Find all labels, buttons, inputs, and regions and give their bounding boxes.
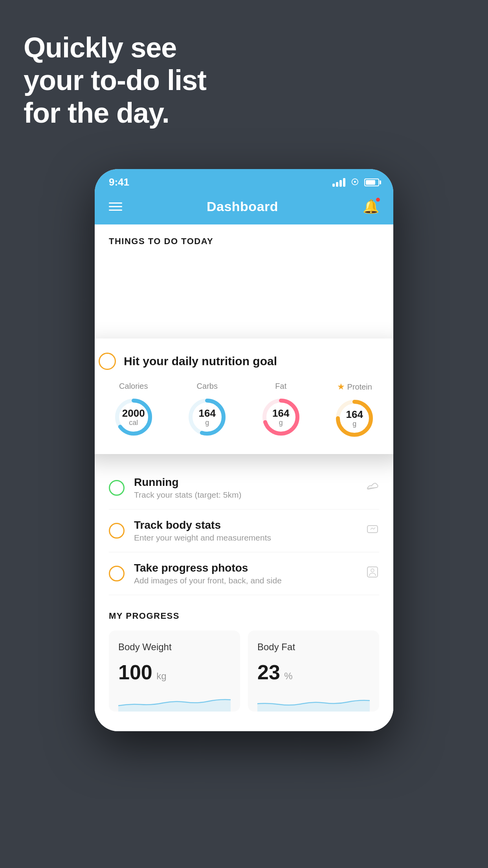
signal-icon bbox=[332, 178, 345, 187]
body-stats-title: Track body stats bbox=[134, 519, 356, 531]
fat-donut: 164 g bbox=[259, 395, 303, 439]
running-text: Running Track your stats (target: 5km) bbox=[134, 476, 356, 500]
body-fat-chart bbox=[257, 692, 370, 712]
carbs-item: Carbs 164 g bbox=[185, 382, 229, 440]
todo-item-running[interactable]: Running Track your stats (target: 5km) bbox=[109, 467, 379, 509]
shoe-icon bbox=[366, 480, 379, 496]
progress-section: MY PROGRESS Body Weight 100 kg bbox=[95, 595, 393, 712]
battery-icon bbox=[364, 178, 379, 186]
nav-bar: Dashboard 🔔 bbox=[95, 192, 393, 224]
photos-text: Take progress photos Add images of your … bbox=[134, 562, 356, 585]
nutrition-grid: Calories 2000 cal bbox=[99, 382, 389, 440]
body-weight-chart bbox=[118, 692, 231, 712]
body-fat-unit: % bbox=[284, 671, 292, 681]
body-stats-subtitle: Enter your weight and measurements bbox=[134, 533, 356, 542]
body-weight-unit: kg bbox=[156, 671, 166, 681]
fat-item: Fat 164 g bbox=[259, 382, 303, 440]
svg-rect-8 bbox=[367, 526, 378, 533]
body-fat-card-title: Body Fat bbox=[257, 642, 370, 653]
body-fat-number: 23 bbox=[257, 661, 280, 684]
status-icons: ☉ bbox=[332, 177, 379, 188]
time-display: 9:41 bbox=[109, 176, 129, 188]
carbs-donut: 164 g bbox=[185, 395, 229, 439]
fat-label: Fat bbox=[275, 382, 286, 391]
card-header: Hit your daily nutrition goal bbox=[99, 353, 389, 370]
things-section-title: THINGS TO DO TODAY bbox=[95, 236, 393, 254]
progress-cards: Body Weight 100 kg bbox=[109, 631, 379, 712]
running-checkbox[interactable] bbox=[109, 480, 125, 496]
headline: Quickly see your to-do list for the day. bbox=[24, 31, 206, 129]
star-icon: ★ bbox=[337, 382, 345, 392]
nutrition-card: Hit your daily nutrition goal Calories bbox=[95, 338, 393, 454]
phone-screen: 9:41 ☉ Dashboard 🔔 bbox=[95, 169, 393, 731]
phone-mockup: 9:41 ☉ Dashboard 🔔 bbox=[95, 169, 393, 731]
person-icon bbox=[366, 565, 379, 582]
body-stats-checkbox[interactable] bbox=[109, 523, 125, 539]
svg-point-10 bbox=[371, 569, 374, 572]
menu-button[interactable] bbox=[109, 202, 122, 211]
calories-label: Calories bbox=[119, 382, 148, 391]
photos-checkbox[interactable] bbox=[109, 566, 125, 581]
body-weight-card-title: Body Weight bbox=[118, 642, 231, 653]
nutrition-card-title: Hit your daily nutrition goal bbox=[124, 355, 277, 368]
running-subtitle: Track your stats (target: 5km) bbox=[134, 490, 356, 500]
carbs-label: Carbs bbox=[197, 382, 218, 391]
todo-item-photos[interactable]: Take progress photos Add images of your … bbox=[109, 552, 379, 595]
progress-section-title: MY PROGRESS bbox=[109, 611, 379, 621]
todo-item-body-stats[interactable]: Track body stats Enter your weight and m… bbox=[109, 509, 379, 552]
calories-item: Calories 2000 cal bbox=[112, 382, 155, 440]
photos-title: Take progress photos bbox=[134, 562, 356, 574]
scale-icon bbox=[366, 522, 379, 539]
body-fat-card[interactable]: Body Fat 23 % bbox=[248, 631, 379, 712]
notification-button[interactable]: 🔔 bbox=[363, 199, 379, 214]
running-title: Running bbox=[134, 476, 356, 489]
calories-donut: 2000 cal bbox=[112, 395, 155, 439]
wifi-icon: ☉ bbox=[351, 177, 359, 188]
notification-badge bbox=[375, 197, 381, 202]
photos-subtitle: Add images of your front, back, and side bbox=[134, 576, 356, 585]
body-weight-number: 100 bbox=[118, 661, 152, 684]
body-weight-value: 100 kg bbox=[118, 660, 231, 684]
body-stats-text: Track body stats Enter your weight and m… bbox=[134, 519, 356, 542]
protein-label: ★ Protein bbox=[337, 382, 372, 392]
todo-list: Running Track your stats (target: 5km) bbox=[95, 467, 393, 595]
protein-item: ★ Protein 164 g bbox=[333, 382, 376, 440]
body-weight-card[interactable]: Body Weight 100 kg bbox=[109, 631, 240, 712]
body-fat-value: 23 % bbox=[257, 660, 370, 684]
protein-donut: 164 g bbox=[333, 397, 376, 440]
status-bar: 9:41 ☉ bbox=[95, 169, 393, 192]
content-area: THINGS TO DO TODAY Hit your daily nutrit… bbox=[95, 224, 393, 731]
nav-title: Dashboard bbox=[207, 199, 278, 214]
nutrition-checkbox[interactable] bbox=[99, 353, 116, 370]
